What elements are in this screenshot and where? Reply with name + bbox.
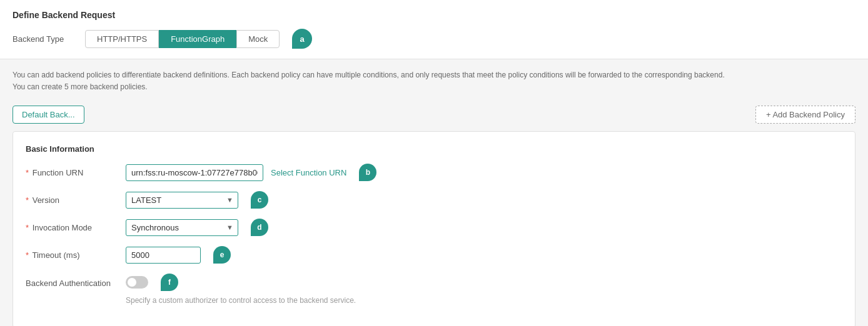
backend-type-row: Backend Type HTTP/HTTPS FunctionGraph Mo… [13,29,855,49]
tab-functiongraph[interactable]: FunctionGraph [159,30,236,48]
info-section: You can add backend policies to differen… [0,59,868,98]
info-line1: You can add backend policies to differen… [13,69,855,81]
required-star-mode: * [26,223,29,232]
section-title: Basic Information [26,144,842,154]
form-card: Basic Information * Function URN Select … [13,131,855,326]
tab-mock[interactable]: Mock [236,30,280,48]
tab-http[interactable]: HTTP/HTTPS [85,30,159,48]
version-select-wrapper: LATEST ▼ [126,192,238,209]
page: Define Backend Request Backend Type HTTP… [0,0,868,326]
version-row: * Version LATEST ▼ c [26,191,842,209]
info-line2: You can create 5 more backend policies. [13,81,855,93]
backend-auth-label: Backend Authentication [26,277,126,288]
backend-type-label: Backend Type [13,34,75,44]
required-star-timeout: * [26,250,29,260]
tab-group: HTTP/HTTPS FunctionGraph Mock [85,30,280,48]
function-urn-label: * Function URN [26,168,126,177]
badge-b: b [359,164,376,181]
function-urn-input[interactable] [126,164,263,181]
policy-row: Default Back... + Add Backend Policy [0,98,868,131]
add-backend-policy-button[interactable]: + Add Backend Policy [755,106,855,124]
badge-a: a [292,29,312,49]
badge-f: f [161,274,178,291]
version-label: * Version [26,195,126,205]
invocation-mode-row: * Invocation Mode Synchronous Asynchrono… [26,219,842,236]
timeout-input[interactable] [126,247,201,264]
default-back-button[interactable]: Default Back... [13,106,84,124]
function-urn-row: * Function URN Select Function URN b [26,164,842,181]
badge-e: e [213,246,231,264]
required-star-urn: * [26,168,29,177]
backend-auth-hint: Specify a custom authorizer to control a… [126,294,356,305]
toggle-slider [126,276,148,289]
top-section: Define Backend Request Backend Type HTTP… [0,0,868,59]
select-function-urn-link[interactable]: Select Function URN [271,168,346,177]
backend-auth-row: Backend Authentication f Specify a custo… [26,274,842,305]
timeout-row: * Timeout (ms) e [26,246,842,264]
page-title: Define Backend Request [13,10,855,20]
required-star-version: * [26,195,29,205]
badge-d: d [251,219,268,236]
backend-auth-toggle[interactable] [126,276,148,289]
timeout-label: * Timeout (ms) [26,250,126,260]
invocation-mode-label: * Invocation Mode [26,223,126,232]
version-select[interactable]: LATEST [126,192,238,209]
invocation-mode-select[interactable]: Synchronous Asynchronous [126,219,238,236]
backend-auth-top: Backend Authentication f [26,274,842,291]
badge-c: c [251,191,268,209]
invocation-mode-select-wrapper: Synchronous Asynchronous ▼ [126,219,238,236]
